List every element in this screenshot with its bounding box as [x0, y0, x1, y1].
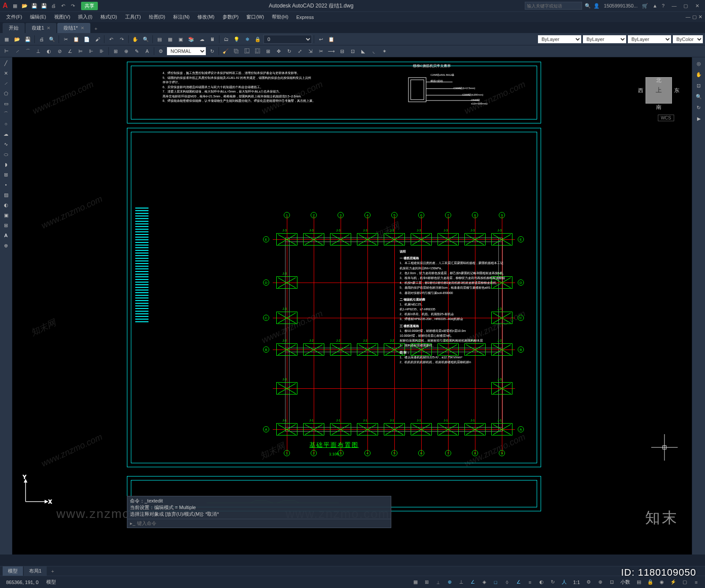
- otrack-icon[interactable]: ∠: [513, 577, 524, 587]
- menu-modify[interactable]: 修改(M): [194, 12, 218, 22]
- point-icon[interactable]: •: [1, 180, 11, 190]
- zoom-icon[interactable]: 🔍: [141, 34, 151, 44]
- preview-icon[interactable]: 🔍: [47, 34, 57, 44]
- isolate-icon[interactable]: ◉: [657, 577, 667, 587]
- 3dosnap-icon[interactable]: ◊: [502, 577, 512, 587]
- break-icon[interactable]: ⊟: [337, 46, 347, 56]
- dim-radius-icon[interactable]: ◐: [44, 46, 54, 56]
- redo-icon[interactable]: ↷: [117, 34, 126, 44]
- viewcube-north[interactable]: 北: [656, 77, 661, 84]
- tab-doc1[interactable]: 葭建1✕: [26, 23, 56, 33]
- navwheel-icon[interactable]: ◎: [693, 58, 705, 69]
- redo-icon[interactable]: ↷: [70, 2, 77, 9]
- viewcube[interactable]: 上 北 南 东 西: [639, 71, 679, 110]
- chamfer-icon[interactable]: ◣: [358, 46, 368, 56]
- offset-icon[interactable]: ⿶: [252, 46, 262, 56]
- erase-icon[interactable]: 🧹: [221, 46, 230, 56]
- hatch-icon[interactable]: ▨: [1, 190, 11, 200]
- anno-scale[interactable]: 1:1: [571, 577, 583, 587]
- menu-dimension[interactable]: 标注(N): [170, 12, 193, 22]
- scale-icon[interactable]: ⤢: [295, 46, 304, 56]
- menu-edit[interactable]: 编辑(E): [26, 12, 50, 22]
- table-icon[interactable]: ⊞: [1, 220, 11, 230]
- menu-express[interactable]: Express: [293, 13, 317, 21]
- line-icon[interactable]: ╱: [1, 58, 11, 68]
- pan-icon[interactable]: ✋: [130, 34, 140, 44]
- lineweight-select[interactable]: ByLayer: [627, 35, 672, 44]
- markup-icon[interactable]: ☁: [197, 34, 207, 44]
- spline-icon[interactable]: ∿: [1, 139, 11, 149]
- menu-insert[interactable]: 插入(I): [74, 12, 96, 22]
- snap-icon[interactable]: ⊞: [422, 577, 432, 587]
- circle-icon[interactable]: ○: [1, 119, 11, 129]
- iso-icon[interactable]: ◈: [479, 577, 490, 587]
- tolerance-icon[interactable]: ⊞: [111, 46, 120, 56]
- coords[interactable]: 865366, 191, 0: [4, 579, 41, 586]
- open-icon[interactable]: 📂: [21, 2, 28, 9]
- array-icon[interactable]: ⊞: [263, 46, 273, 56]
- maximize-icon[interactable]: ▢: [680, 1, 691, 10]
- cut-icon[interactable]: ✂: [61, 34, 70, 44]
- toolpalettes-icon[interactable]: ▣: [176, 34, 186, 44]
- layer-icon[interactable]: 🗂: [221, 34, 231, 44]
- dim-aligned-icon[interactable]: ⟋: [12, 46, 22, 56]
- lockui-icon[interactable]: 🔒: [645, 577, 656, 587]
- dim-linear-icon[interactable]: ⊢: [2, 46, 11, 56]
- menu-window[interactable]: 窗口(W): [243, 12, 267, 22]
- units-label[interactable]: 小数: [618, 577, 633, 587]
- undo-icon[interactable]: ↶: [60, 2, 67, 9]
- trim-icon[interactable]: ✂: [316, 46, 326, 56]
- showmotion-icon[interactable]: ▶: [693, 113, 705, 124]
- transparency-icon[interactable]: ◐: [536, 577, 547, 587]
- tab-add-icon[interactable]: +: [91, 24, 101, 33]
- command-line[interactable]: 命令：_textedit 当前设置：编辑模式 = Multiple 选择注释对象…: [127, 496, 391, 528]
- ortho-icon[interactable]: ⊥: [456, 577, 467, 587]
- dimstyle-icon[interactable]: ⚙: [156, 46, 166, 56]
- lineweight-icon[interactable]: ≡: [525, 577, 535, 587]
- dynamic-icon[interactable]: ⊕: [445, 577, 455, 587]
- addselected-icon[interactable]: ⊕: [1, 241, 11, 250]
- menu-view[interactable]: 视图(V): [51, 12, 74, 22]
- cart-icon[interactable]: 🛒: [642, 3, 648, 9]
- command-input[interactable]: [137, 521, 388, 526]
- dimedit-icon[interactable]: ✎: [132, 46, 141, 56]
- cycling-icon[interactable]: ↻: [548, 577, 558, 587]
- search-icon[interactable]: 🔍: [585, 3, 591, 9]
- tab-close-icon[interactable]: ✕: [47, 26, 50, 30]
- menu-parametric[interactable]: 参数(P): [219, 12, 242, 22]
- mirror-icon[interactable]: ⿺: [242, 46, 252, 56]
- wcs-label[interactable]: WCS: [658, 115, 674, 121]
- stretch-icon[interactable]: ⇲: [305, 46, 315, 56]
- minimize-icon[interactable]: —: [669, 1, 679, 10]
- menu-tools[interactable]: 工具(T): [122, 12, 145, 22]
- quickcalc-icon[interactable]: 🖩: [208, 34, 217, 44]
- customize-icon[interactable]: ≡: [691, 577, 701, 587]
- sheetset-icon[interactable]: 📚: [186, 34, 196, 44]
- block-icon[interactable]: ⊞: [1, 170, 11, 179]
- layout-add-icon[interactable]: +: [48, 567, 57, 575]
- plot-icon[interactable]: 🖨: [37, 34, 46, 44]
- extend-icon[interactable]: ⟶: [327, 46, 336, 56]
- menu-file[interactable]: 文件(F): [3, 12, 26, 22]
- grid-icon[interactable]: ▦: [410, 577, 421, 587]
- apps-icon[interactable]: ▲: [653, 3, 657, 8]
- saveas-icon[interactable]: 💾: [41, 2, 48, 9]
- join-icon[interactable]: ⊡: [348, 46, 357, 56]
- hardware-icon[interactable]: ⚡: [668, 577, 679, 587]
- layer-freeze-icon[interactable]: ❄: [242, 34, 252, 44]
- menu-format[interactable]: 格式(O): [97, 12, 121, 22]
- viewcube-top[interactable]: 上: [656, 86, 662, 94]
- gradient-icon[interactable]: ◐: [1, 200, 11, 210]
- save-icon[interactable]: 💾: [31, 2, 38, 9]
- arc-icon[interactable]: ⌒: [1, 109, 11, 119]
- polyline-icon[interactable]: ⟋: [1, 78, 11, 88]
- polar-icon[interactable]: ∠: [468, 577, 478, 587]
- layer-state-icon[interactable]: 📋: [327, 34, 336, 44]
- close-icon[interactable]: ✕: [692, 1, 702, 10]
- orbit-icon[interactable]: ↻: [693, 102, 705, 113]
- explode-icon[interactable]: ✶: [379, 46, 389, 56]
- polygon-icon[interactable]: ⬠: [1, 89, 11, 98]
- move-icon[interactable]: ✥: [274, 46, 283, 56]
- share-button[interactable]: 共享: [81, 2, 98, 10]
- save-icon[interactable]: 💾: [23, 34, 33, 44]
